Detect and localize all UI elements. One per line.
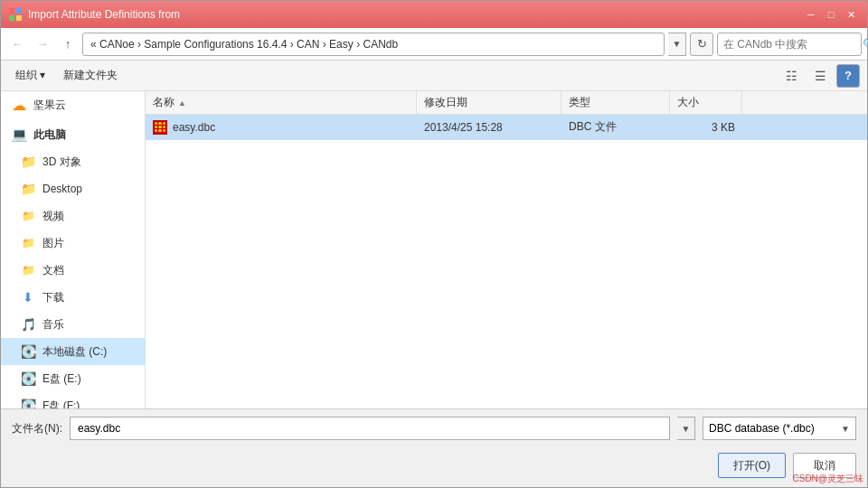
sidebar-label-dl: 下载 (42, 290, 64, 305)
view-list-button[interactable]: ☷ (778, 64, 804, 88)
file-list-header: 名称 ▲ 修改日期 类型 大小 (146, 91, 867, 115)
folder-3d-icon: 📁 (19, 153, 37, 171)
new-folder-button[interactable]: 新建文件夹 (56, 64, 125, 88)
help-button[interactable]: ? (836, 64, 860, 88)
title-bar: Import Attribute Definitions from ─ □ ✕ (1, 1, 867, 28)
sidebar-label-jzy: 坚果云 (33, 98, 66, 113)
music-icon: 🎵 (19, 315, 37, 333)
filetype-select[interactable]: DBC database (*.dbc) ▼ (703, 417, 856, 440)
drive-e-icon: 💽 (19, 370, 37, 388)
file-name: easy.dbc (173, 121, 215, 134)
search-box: 🔍 (717, 33, 862, 56)
view-details-button[interactable]: ☰ (807, 64, 833, 88)
sidebar-label-music: 音乐 (42, 317, 64, 333)
sidebar-item-3d[interactable]: 📁 3D 对象 (1, 148, 145, 175)
app-icon (8, 7, 23, 22)
drive-c-icon: 💽 (19, 343, 37, 361)
col-type-header[interactable]: 类型 (561, 91, 670, 114)
address-dropdown-button[interactable]: ▼ (668, 33, 686, 56)
table-row[interactable]: easy.dbc 2013/4/25 15:28 DBC 文件 3 KB (146, 115, 867, 140)
filename-dropdown-button[interactable]: ▼ (677, 417, 695, 440)
maximize-button[interactable]: □ (822, 6, 840, 23)
sidebar-label-e: E盘 (E:) (42, 371, 81, 387)
file-list-area: 名称 ▲ 修改日期 类型 大小 (146, 91, 867, 408)
minimize-button[interactable]: ─ (802, 6, 820, 23)
folder-video-icon: 📁 (19, 207, 37, 225)
svg-rect-1 (16, 8, 22, 14)
sidebar-label-doc: 文档 (42, 263, 64, 278)
folder-pic-icon: 📁 (19, 234, 37, 252)
sidebar-item-music[interactable]: 🎵 音乐 (1, 311, 145, 338)
address-path-box[interactable]: « CANoe › Sample Configurations 16.4.4 ›… (82, 33, 665, 56)
drive-f-icon: 💽 (19, 397, 37, 408)
file-name-cell: easy.dbc (146, 115, 417, 139)
filename-input[interactable] (70, 417, 670, 440)
toolbar: 组织 ▾ 新建文件夹 ☷ ☰ ? (1, 61, 867, 91)
file-type-cell: DBC 文件 (561, 115, 670, 139)
file-modified-cell: 2013/4/25 15:28 (417, 115, 561, 139)
close-button[interactable]: ✕ (842, 6, 860, 23)
cloud-icon: ☁ (10, 96, 28, 114)
sidebar-item-video[interactable]: 📁 视频 (1, 202, 145, 230)
sidebar-label-video: 视频 (42, 209, 64, 224)
sort-arrow-name: ▲ (178, 99, 186, 108)
back-button[interactable]: ← (6, 33, 28, 55)
sidebar-item-pic[interactable]: 📁 图片 (1, 230, 145, 257)
dbc-file-icon (153, 120, 167, 135)
sidebar-label-c: 本地磁盘 (C:) (42, 344, 107, 360)
sidebar-label-pic: 图片 (42, 236, 64, 251)
address-path-text: « CANoe › Sample Configurations 16.4.4 ›… (90, 38, 398, 51)
sidebar-item-c[interactable]: 💽 本地磁盘 (C:) (1, 338, 145, 365)
main-content: ☁ 坚果云 💻 此电脑 📁 3D 对象 📁 Desktop 📁 视频 📁 (1, 91, 867, 408)
folder-doc-icon: 📁 (19, 261, 37, 279)
filetype-arrow-icon: ▼ (841, 424, 850, 434)
organize-button[interactable]: 组织 ▾ (8, 64, 52, 88)
sidebar-item-desktop[interactable]: 📁 Desktop (1, 175, 145, 202)
sidebar: ☁ 坚果云 💻 此电脑 📁 3D 对象 📁 Desktop 📁 视频 📁 (1, 91, 146, 408)
search-icon: 🔍 (863, 38, 868, 51)
forward-button[interactable]: → (32, 33, 53, 55)
sidebar-item-doc[interactable]: 📁 文档 (1, 257, 145, 284)
sidebar-item-f[interactable]: 💽 F盘 (F:) (1, 392, 145, 408)
svg-rect-2 (9, 15, 14, 21)
address-bar: ← → ↑ « CANoe › Sample Configurations 16… (1, 28, 867, 61)
file-size-cell: 3 KB (670, 115, 742, 139)
sidebar-label-f: F盘 (F:) (42, 399, 80, 409)
folder-desktop-icon: 📁 (19, 180, 37, 198)
refresh-button[interactable]: ↻ (690, 33, 713, 56)
svg-rect-0 (9, 8, 14, 14)
sidebar-label-3d: 3D 对象 (42, 155, 81, 170)
window-title: Import Attribute Definitions from (28, 8, 802, 21)
sidebar-label-desktop: Desktop (42, 183, 82, 195)
download-icon: ⬇ (19, 288, 37, 306)
col-size-header[interactable]: 大小 (670, 91, 742, 114)
sidebar-item-dl[interactable]: ⬇ 下载 (1, 284, 145, 311)
col-name-header[interactable]: 名称 ▲ (146, 91, 417, 114)
open-button[interactable]: 打开(O) (718, 453, 786, 478)
watermark: CSDN@灵芝三味 (793, 473, 864, 485)
filename-label: 文件名(N): (12, 421, 62, 436)
file-list-body: easy.dbc 2013/4/25 15:28 DBC 文件 3 KB (146, 115, 867, 408)
sidebar-item-pc[interactable]: 💻 此电脑 (1, 118, 145, 148)
action-row: 打开(O) 取消 (1, 447, 867, 487)
col-modified-header[interactable]: 修改日期 (417, 91, 561, 114)
computer-icon: 💻 (10, 126, 28, 144)
svg-rect-3 (16, 15, 22, 21)
bottom-bar: 文件名(N): ▼ DBC database (*.dbc) ▼ (1, 408, 867, 447)
sidebar-label-pc: 此电脑 (33, 127, 66, 143)
toolbar-right: ☷ ☰ ? (778, 64, 860, 88)
sidebar-item-e[interactable]: 💽 E盘 (E:) (1, 365, 145, 392)
up-button[interactable]: ↑ (57, 33, 79, 55)
window-controls: ─ □ ✕ (802, 6, 860, 23)
sidebar-item-jzy[interactable]: ☁ 坚果云 (1, 91, 145, 118)
search-input[interactable] (723, 38, 859, 51)
